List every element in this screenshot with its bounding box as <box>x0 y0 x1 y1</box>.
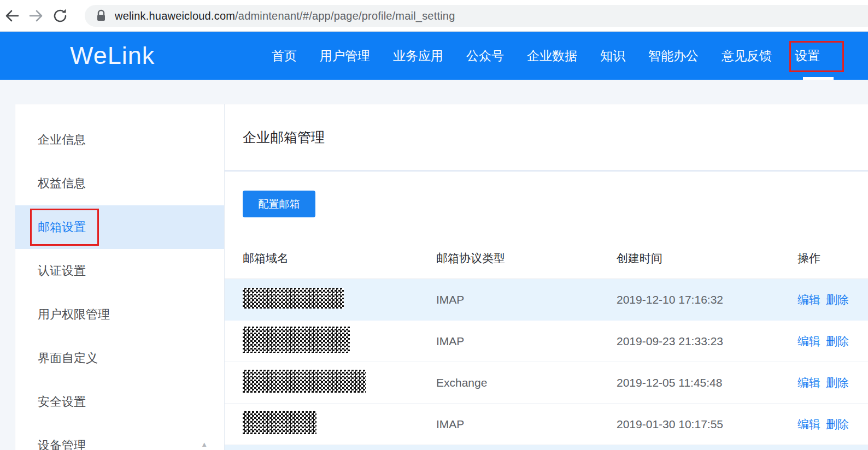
delete-link[interactable]: 删除 <box>826 334 849 349</box>
url-text: welink.huaweicloud.com/admintenant/#/app… <box>115 10 455 22</box>
cell-actions: 编辑删除 <box>797 334 868 349</box>
sidebar-item-enterprise-info[interactable]: 企业信息 <box>15 118 224 162</box>
welink-logo: WeLink <box>70 42 155 70</box>
forward-icon <box>28 8 44 24</box>
redacted-domain <box>243 288 344 309</box>
col-header-protocol: 邮箱协议类型 <box>436 251 617 266</box>
settings-sidebar: 企业信息权益信息邮箱设置认证设置用户权限管理界面自定义安全设置设备管理▲ <box>15 104 225 450</box>
cell-protocol: IMAP <box>436 293 617 306</box>
col-header-actions: 操作 <box>797 251 868 266</box>
screen: welink.huaweicloud.com/admintenant/#/app… <box>0 0 868 450</box>
sidebar-item-label-wrap: 用户权限管理 <box>38 306 110 323</box>
app-header: WeLink 首页用户管理业务应用公众号企业数据知识智能办公意见反馈设置 <box>0 32 868 80</box>
sidebar-item-label: 企业信息 <box>38 133 86 146</box>
delete-link[interactable]: 删除 <box>826 375 849 390</box>
sidebar-item-label-wrap: 设备管理 <box>38 437 86 450</box>
col-header-domain: 邮箱域名 <box>225 251 436 266</box>
scroll-up-icon[interactable]: ▲ <box>201 440 208 448</box>
nav-item-label: 智能办公 <box>648 48 699 64</box>
sidebar-item-label: 认证设置 <box>38 264 86 277</box>
sidebar-item-mail-settings[interactable]: 邮箱设置 <box>15 205 224 249</box>
configure-mailbox-button[interactable]: 配置邮箱 <box>243 191 315 217</box>
reload-button[interactable] <box>48 4 72 28</box>
table-row: IMAP2019-01-30 10:17:55编辑删除 <box>225 404 868 445</box>
nav-item-business-apps[interactable]: 业务应用 <box>393 32 443 80</box>
cell-created: 2019-09-23 21:33:23 <box>617 335 797 348</box>
url-bar[interactable]: welink.huaweicloud.com/admintenant/#/app… <box>85 5 868 27</box>
edit-link[interactable]: 编辑 <box>797 334 820 349</box>
sidebar-item-label-wrap: 企业信息 <box>38 132 86 148</box>
sidebar-item-label: 设备管理 <box>38 439 86 450</box>
nav-item-home[interactable]: 首页 <box>272 32 297 80</box>
sidebar-item-label: 安全设置 <box>38 395 86 408</box>
cell-actions: 编辑删除 <box>797 375 868 390</box>
content-card: 企业信息权益信息邮箱设置认证设置用户权限管理界面自定义安全设置设备管理▲ 企业邮… <box>15 104 868 450</box>
col-header-created: 创建时间 <box>617 251 797 266</box>
edit-link[interactable]: 编辑 <box>797 375 820 390</box>
cell-actions: 编辑删除 <box>797 417 868 432</box>
sidebar-item-device-management[interactable]: 设备管理 <box>15 424 224 450</box>
nav-item-label: 用户管理 <box>320 48 370 64</box>
back-button[interactable] <box>0 4 24 28</box>
cell-actions: 编辑删除 <box>797 292 868 307</box>
nav-item-feedback[interactable]: 意见反馈 <box>722 32 772 80</box>
cell-domain <box>225 288 436 311</box>
nav-item-user-management[interactable]: 用户管理 <box>320 32 370 80</box>
table-row: Exchange2019-12-05 11:45:48编辑删除 <box>225 362 868 404</box>
nav-item-official-account[interactable]: 公众号 <box>466 32 504 80</box>
cell-protocol: Exchange <box>436 376 617 389</box>
url-domain: welink.huaweicloud.com <box>115 10 235 22</box>
nav-item-label: 公众号 <box>466 48 504 64</box>
button-row: 配置邮箱 <box>225 171 868 217</box>
sidebar-item-label: 界面自定义 <box>38 351 98 365</box>
cell-created: 2019-12-05 11:45:48 <box>617 376 797 389</box>
lock-icon <box>96 9 107 23</box>
edit-link[interactable]: 编辑 <box>797 292 820 307</box>
nav-item-smart-office[interactable]: 智能办公 <box>648 32 699 80</box>
sidebar-item-label-wrap: 安全设置 <box>38 394 86 410</box>
nav-item-label: 企业数据 <box>527 48 577 64</box>
nav-item-label: 意见反馈 <box>722 48 772 64</box>
nav-item-label: 知识 <box>600 48 625 64</box>
sidebar-item-label-wrap: 界面自定义 <box>38 350 98 366</box>
edit-link[interactable]: 编辑 <box>797 417 820 432</box>
back-icon <box>4 8 20 24</box>
nav-item-label: 首页 <box>272 48 297 64</box>
mailbox-table: 邮箱域名 邮箱协议类型 创建时间 操作 IMAP2019-12-10 17:16… <box>225 238 868 450</box>
sidebar-item-security-settings[interactable]: 安全设置 <box>15 380 224 424</box>
url-path: /admintenant/#/app/page/profile/mail_set… <box>235 10 455 22</box>
nav-item-settings[interactable]: 设置 <box>795 32 820 80</box>
sidebar-item-label-wrap: 权益信息 <box>38 175 86 192</box>
nav-item-label: 业务应用 <box>393 48 443 64</box>
browser-chrome: welink.huaweicloud.com/admintenant/#/app… <box>0 0 868 32</box>
delete-link[interactable]: 删除 <box>826 417 849 432</box>
table-row-partial <box>225 445 868 450</box>
sidebar-item-label-wrap: 认证设置 <box>38 263 86 279</box>
cell-created: 2019-01-30 10:17:55 <box>617 418 797 431</box>
main-panel: 企业邮箱管理 配置邮箱 邮箱域名 邮箱协议类型 创建时间 操作 IMAP2019… <box>225 104 868 450</box>
redacted-domain <box>243 370 366 393</box>
cell-domain <box>225 411 436 437</box>
nav-item-label: 设置 <box>795 48 820 64</box>
page-title: 企业邮箱管理 <box>243 128 325 146</box>
cell-protocol: IMAP <box>436 335 617 348</box>
table-row: IMAP2019-12-10 17:16:32编辑删除 <box>225 279 868 321</box>
sidebar-item-label: 邮箱设置 <box>38 220 86 234</box>
table-body: IMAP2019-12-10 17:16:32编辑删除IMAP2019-09-2… <box>225 279 868 445</box>
sidebar-item-ui-customization[interactable]: 界面自定义 <box>15 336 224 380</box>
cell-domain <box>225 327 436 356</box>
sidebar-item-auth-settings[interactable]: 认证设置 <box>15 249 224 293</box>
sidebar-item-label: 权益信息 <box>38 176 86 190</box>
top-nav: 首页用户管理业务应用公众号企业数据知识智能办公意见反馈设置 <box>272 32 820 80</box>
cell-created: 2019-12-10 17:16:32 <box>617 293 797 306</box>
reload-icon <box>52 8 68 24</box>
nav-item-knowledge[interactable]: 知识 <box>600 32 625 80</box>
title-row: 企业邮箱管理 <box>225 104 868 171</box>
sidebar-item-rights-info[interactable]: 权益信息 <box>15 162 224 205</box>
sidebar-item-label-wrap: 邮箱设置 <box>38 219 86 235</box>
nav-item-enterprise-data[interactable]: 企业数据 <box>527 32 577 80</box>
redacted-domain <box>243 327 350 353</box>
sidebar-item-user-permission-management[interactable]: 用户权限管理 <box>15 293 224 336</box>
forward-button[interactable] <box>24 4 48 28</box>
delete-link[interactable]: 删除 <box>826 292 849 307</box>
